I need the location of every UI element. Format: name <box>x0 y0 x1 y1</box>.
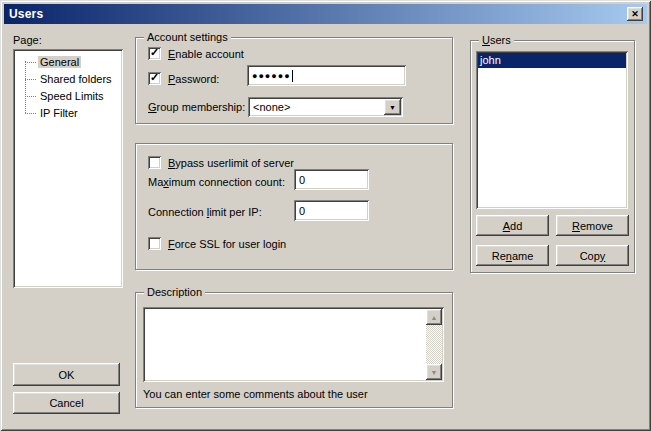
bypass-userlimit-checkbox[interactable] <box>148 156 161 169</box>
bypass-userlimit-label: Bypass userlimit of server <box>168 157 294 169</box>
connection-limits-group: Bypass userlimit of server Maximum conne… <box>135 143 453 270</box>
user-list-item[interactable]: john <box>478 53 626 68</box>
tree-item-general[interactable]: General <box>13 54 123 71</box>
page-label: Page: <box>13 34 42 46</box>
tree-item-ip-filter[interactable]: IP Filter <box>13 105 123 122</box>
window-title: Users <box>9 7 43 21</box>
enable-account-checkbox[interactable]: ✓ <box>148 47 161 60</box>
add-button[interactable]: Add <box>476 215 549 236</box>
scroll-up-button[interactable]: ▲ <box>426 309 442 325</box>
scroll-down-icon: ▼ <box>431 369 438 376</box>
ok-button[interactable]: OK <box>13 363 120 386</box>
users-group: Users john Add Remove Rename Copy <box>470 40 635 273</box>
description-textarea[interactable]: ▲ ▼ <box>143 307 444 382</box>
tree-item-speed-limits[interactable]: Speed Limits <box>13 88 123 105</box>
password-checkbox[interactable]: ✓ <box>148 72 161 85</box>
users-dialog: Users ✕ Page: General Shared folders Spe… <box>0 0 651 431</box>
group-membership-combobox[interactable]: <none> ▼ <box>248 97 403 117</box>
max-connection-label: Maximum connection count: <box>148 176 285 188</box>
combobox-value: <none> <box>253 101 290 113</box>
scroll-down-button[interactable]: ▼ <box>426 364 442 380</box>
description-scrollbar[interactable]: ▲ ▼ <box>426 309 442 380</box>
account-settings-title: Account settings <box>144 31 231 43</box>
description-title: Description <box>144 286 205 298</box>
group-membership-label: Group membership: <box>148 101 245 113</box>
enable-account-label: Enable account <box>168 48 244 60</box>
check-icon: ✓ <box>150 72 159 83</box>
chevron-down-icon: ▼ <box>389 104 396 111</box>
users-listbox[interactable]: john <box>476 51 628 209</box>
rename-button[interactable]: Rename <box>476 245 549 266</box>
description-group: Description ▲ ▼ You can enter some comme… <box>135 292 453 408</box>
page-tree[interactable]: General Shared folders Speed Limits IP F… <box>13 49 123 288</box>
ip-limit-input[interactable]: 0 <box>294 200 369 221</box>
password-label: Password: <box>168 73 219 85</box>
close-button[interactable]: ✕ <box>627 7 643 21</box>
remove-button[interactable]: Remove <box>556 215 629 236</box>
tree-item-shared-folders[interactable]: Shared folders <box>13 71 123 88</box>
password-input[interactable]: ●●●●●● <box>247 65 406 86</box>
users-group-title: Users <box>479 34 514 46</box>
force-ssl-label: Force SSL for user login <box>168 238 286 250</box>
text-caret <box>292 70 293 82</box>
check-icon: ✓ <box>150 47 159 58</box>
ip-limit-label: Connection limit per IP: <box>148 206 262 218</box>
description-hint: You can enter some comments about the us… <box>143 388 368 400</box>
copy-button[interactable]: Copy <box>556 245 629 266</box>
account-settings-group: Account settings ✓ Enable account ✓ Pass… <box>135 37 453 124</box>
max-connection-input[interactable]: 0 <box>294 169 369 190</box>
scroll-up-icon: ▲ <box>431 314 438 321</box>
close-icon: ✕ <box>631 10 639 19</box>
force-ssl-checkbox[interactable] <box>148 237 161 250</box>
combobox-dropdown-button[interactable]: ▼ <box>384 99 401 115</box>
titlebar[interactable]: Users ✕ <box>4 4 647 24</box>
cancel-button[interactable]: Cancel <box>13 392 120 414</box>
